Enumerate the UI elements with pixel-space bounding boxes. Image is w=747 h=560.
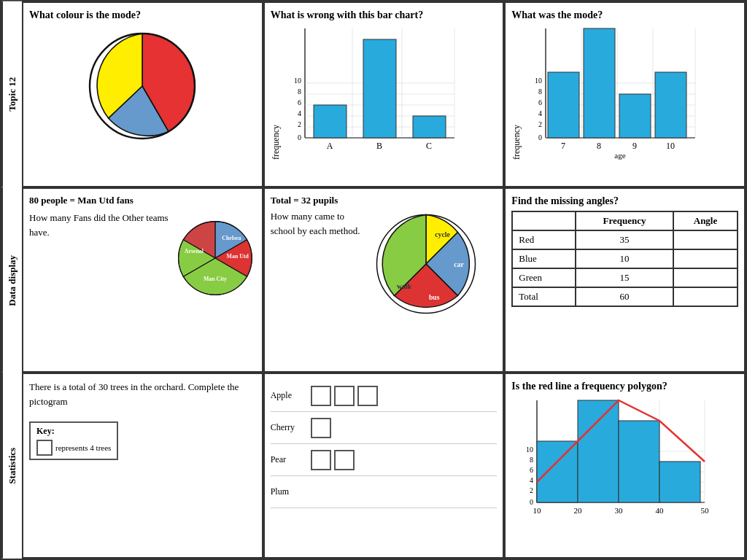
picto-box-apple-2 xyxy=(334,386,355,406)
cell-2-2: Total = 32 pupils How many came to schoo… xyxy=(263,187,505,373)
cell-3-1-text: There is a total of 30 trees in the orch… xyxy=(29,380,256,408)
svg-text:7: 7 xyxy=(561,141,565,151)
picto-label-apple: Apple xyxy=(271,390,311,401)
row1-content: What colour is the mode? What is wrong w… xyxy=(22,1,746,187)
bar-chart-2-container: frequency 0 2 4 6 8 10 xyxy=(271,25,498,160)
svg-text:age: age xyxy=(615,151,626,160)
cell-1-1: What colour is the mode? xyxy=(22,1,263,187)
cell-2-1-text2: How many Fans did the Other teams have. xyxy=(29,211,169,241)
svg-text:40: 40 xyxy=(656,506,665,515)
svg-text:8: 8 xyxy=(538,88,542,96)
svg-rect-45 xyxy=(655,72,686,138)
cell-1-3: What was the mode? frequency 0 2 4 6 8 1… xyxy=(504,1,746,187)
svg-text:2: 2 xyxy=(538,120,542,128)
cell-1-1-title: What colour is the mode? xyxy=(29,9,256,22)
picto-box-cherry-1 xyxy=(311,418,331,438)
col-header-freq: Frequency xyxy=(576,211,673,230)
cell-2-1: 80 people = Man Utd fans How many Fans d… xyxy=(22,187,263,373)
key-desc-row: represents 4 trees xyxy=(36,440,111,456)
row2-content: 80 people = Man Utd fans How many Fans d… xyxy=(22,187,746,373)
svg-rect-43 xyxy=(584,28,615,138)
svg-text:10: 10 xyxy=(535,77,542,85)
row3-content: There is a total of 30 trees in the orch… xyxy=(22,373,746,559)
key-desc: represents 4 trees xyxy=(55,443,111,452)
row-angle-blue xyxy=(673,249,738,268)
picto-row-plum: Plum xyxy=(271,476,498,508)
svg-text:30: 30 xyxy=(615,506,624,515)
svg-text:Man City: Man City xyxy=(204,275,227,281)
svg-text:10: 10 xyxy=(666,141,675,151)
svg-text:6: 6 xyxy=(538,98,542,106)
svg-text:10: 10 xyxy=(533,506,542,515)
svg-text:Chelsea: Chelsea xyxy=(222,234,241,241)
cell-1-2: What is wrong with this bar chart? frequ… xyxy=(263,1,505,187)
svg-text:8: 8 xyxy=(597,141,601,151)
svg-text:8: 8 xyxy=(298,88,301,96)
cell-2-1-body: How many Fans did the Other teams have. … xyxy=(29,211,256,306)
cell-2-3-title: Find the missing angles? xyxy=(511,195,738,208)
svg-rect-82 xyxy=(619,421,659,502)
svg-text:6: 6 xyxy=(298,98,301,106)
svg-text:2: 2 xyxy=(298,120,301,128)
picto-boxes-cherry xyxy=(311,418,331,438)
picto-boxes-pear xyxy=(311,450,355,470)
picto-row-cherry: Cherry xyxy=(271,412,498,444)
row-freq-red: 35 xyxy=(576,230,673,249)
svg-text:9: 9 xyxy=(632,141,637,151)
table-row-total: Total 60 xyxy=(512,287,738,306)
svg-text:A: A xyxy=(326,141,333,151)
row-label-red: Red xyxy=(512,230,576,249)
svg-text:0: 0 xyxy=(530,498,533,506)
svg-rect-44 xyxy=(619,94,651,138)
svg-text:8: 8 xyxy=(530,456,533,464)
picto-label-pear: Pear xyxy=(271,454,311,465)
svg-text:4: 4 xyxy=(530,476,533,484)
svg-text:2: 2 xyxy=(530,486,533,494)
row-freq-blue: 10 xyxy=(576,249,673,268)
bar-chart-svg-2: 0 2 4 6 8 10 xyxy=(283,25,458,160)
picto-row-pear: Pear xyxy=(271,444,498,476)
svg-text:C: C xyxy=(426,141,432,151)
cell-3-1: There is a total of 30 trees in the orch… xyxy=(22,373,263,559)
svg-text:4: 4 xyxy=(298,109,301,117)
picto-box-apple-1 xyxy=(311,386,331,406)
svg-text:0: 0 xyxy=(538,133,542,141)
picto-label-plum: Plum xyxy=(271,486,311,497)
table-row-blue: Blue 10 xyxy=(512,249,738,268)
row3-label: Statistics xyxy=(1,373,22,559)
svg-text:4: 4 xyxy=(538,109,542,117)
key-box: Key: represents 4 trees xyxy=(29,421,118,460)
svg-text:Arsenal: Arsenal xyxy=(185,248,204,254)
cell-2-3: Find the missing angles? Frequency Angle… xyxy=(504,187,746,373)
row-label-green: Green xyxy=(512,268,576,287)
cell-2-2-text: How many came to school by each method. xyxy=(271,209,365,240)
pie-chart-1 xyxy=(29,28,256,144)
svg-text:6: 6 xyxy=(530,466,533,474)
row-angle-total xyxy=(673,287,738,306)
svg-text:0: 0 xyxy=(298,133,301,141)
angles-table: Frequency Angle Red 35 Blue 10 xyxy=(511,211,738,307)
cell-1-3-title: What was the mode? xyxy=(511,9,738,22)
svg-rect-42 xyxy=(548,72,579,138)
row-label-total: Total xyxy=(512,287,576,306)
svg-rect-18 xyxy=(314,105,347,138)
pie-svg-1 xyxy=(84,28,201,144)
svg-text:10: 10 xyxy=(526,446,533,454)
svg-text:car: car xyxy=(454,260,464,268)
key-label: Key: xyxy=(36,426,111,437)
cell-2-2-body: How many came to school by each method. … xyxy=(271,209,498,319)
svg-text:B: B xyxy=(376,141,382,151)
svg-text:walk: walk xyxy=(397,281,412,289)
picto-boxes-apple xyxy=(311,386,378,406)
col-header-angle: Angle xyxy=(673,211,738,230)
row-freq-total: 60 xyxy=(576,287,673,306)
cell-2-1-text1: 80 people = Man Utd fans xyxy=(29,195,256,206)
cell-3-2: Apple Cherry Pear xyxy=(263,373,505,559)
picto-label-cherry: Cherry xyxy=(271,422,311,433)
pie-chart-2: Chelsea Man Utd Arsenal Man City xyxy=(174,211,256,306)
svg-text:50: 50 xyxy=(701,506,709,515)
svg-rect-81 xyxy=(578,400,619,502)
svg-text:cycle: cycle xyxy=(435,230,450,238)
cell-3-3-title: Is the red line a frequency polygon? xyxy=(511,380,738,393)
pie-chart-3: cycle car bus walk xyxy=(371,209,481,319)
